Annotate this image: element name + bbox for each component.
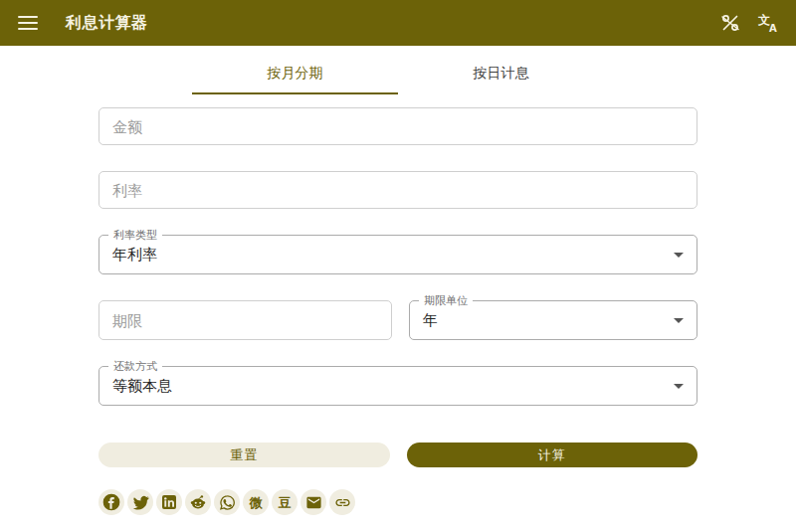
term-unit-select[interactable]: 期限单位 年 bbox=[409, 300, 697, 340]
weibo-icon: 微 bbox=[250, 496, 263, 509]
page-title: 利息计算器 bbox=[66, 13, 148, 34]
term-input[interactable] bbox=[99, 300, 392, 340]
app-header: 利息计算器 文 A bbox=[0, 0, 796, 46]
amount-input[interactable] bbox=[99, 107, 697, 145]
linkedin-icon bbox=[161, 494, 177, 510]
rate-type-select[interactable]: 利率类型 年利率 bbox=[99, 235, 697, 274]
term-row: 期限单位 年 bbox=[99, 300, 697, 340]
calculator-form: 利率类型 年利率 期限单位 年 还款方式 等额本息 重置 计算 bbox=[99, 107, 697, 515]
rate-input[interactable] bbox=[99, 171, 697, 209]
repayment-method-value: 等额本息 bbox=[112, 377, 172, 396]
whatsapp-icon bbox=[219, 494, 236, 511]
menu-icon[interactable] bbox=[18, 16, 38, 30]
facebook-icon bbox=[101, 492, 121, 512]
facebook-share-button[interactable] bbox=[99, 489, 124, 515]
weibo-share-button[interactable]: 微 bbox=[243, 489, 269, 515]
copy-link-share-button[interactable] bbox=[329, 489, 355, 515]
reset-button[interactable]: 重置 bbox=[99, 443, 390, 467]
share-bar: 微 豆 bbox=[99, 489, 697, 515]
repayment-method-select[interactable]: 还款方式 等额本息 bbox=[99, 366, 697, 406]
term-unit-wrap: 期限单位 年 bbox=[409, 300, 697, 340]
calculate-button[interactable]: 计算 bbox=[407, 443, 698, 467]
rate-type-value: 年利率 bbox=[112, 246, 157, 265]
douban-share-button[interactable]: 豆 bbox=[272, 489, 298, 515]
email-icon bbox=[305, 494, 322, 511]
linkedin-share-button[interactable] bbox=[156, 489, 182, 515]
term-input-wrap bbox=[99, 300, 392, 340]
tab-bar: 按月分期 按日计息 bbox=[192, 52, 604, 94]
link-icon bbox=[334, 494, 351, 511]
douban-icon: 豆 bbox=[279, 496, 292, 509]
term-unit-value: 年 bbox=[423, 311, 438, 330]
reddit-share-button[interactable] bbox=[185, 489, 211, 515]
svg-text:A: A bbox=[769, 23, 777, 34]
whatsapp-share-button[interactable] bbox=[214, 489, 240, 515]
reddit-icon bbox=[189, 493, 207, 511]
rate-type-label: 利率类型 bbox=[108, 229, 162, 241]
chevron-down-icon bbox=[674, 253, 684, 258]
twitter-icon bbox=[132, 494, 149, 511]
chevron-down-icon bbox=[674, 384, 684, 389]
term-unit-label: 期限单位 bbox=[419, 294, 473, 306]
tab-daily-interest[interactable]: 按日计息 bbox=[398, 52, 604, 94]
action-buttons: 重置 计算 bbox=[99, 443, 697, 467]
tab-monthly-installment[interactable]: 按月分期 bbox=[192, 52, 398, 94]
email-share-button[interactable] bbox=[300, 489, 326, 515]
twitter-share-button[interactable] bbox=[127, 489, 153, 515]
percent-off-icon[interactable] bbox=[718, 11, 742, 35]
repayment-method-label: 还款方式 bbox=[108, 360, 162, 372]
translate-icon[interactable]: 文 A bbox=[756, 11, 780, 35]
chevron-down-icon bbox=[674, 318, 684, 323]
